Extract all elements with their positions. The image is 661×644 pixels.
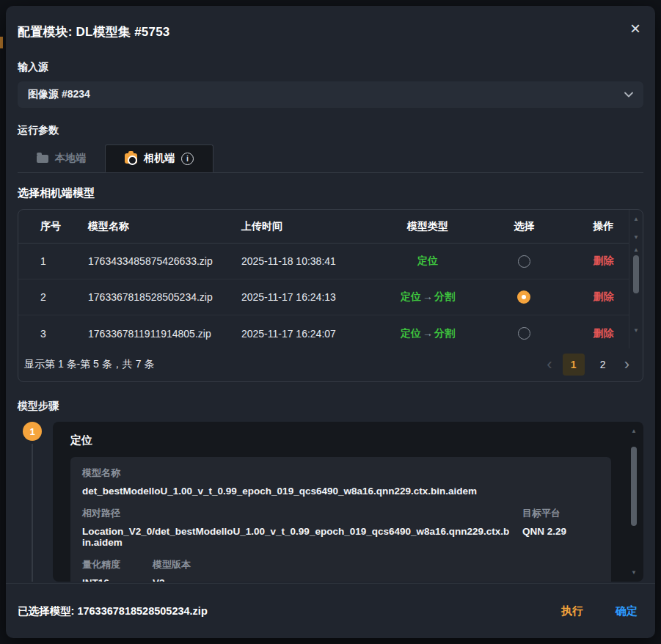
scroll-down-icon[interactable]: ▼ [629,327,643,334]
modal-footer: 已选择模型: 1763367818528505234.zip 执行 确定 [6,583,655,638]
table-row: 31763367811911914805.zip2025-11-17 16:24… [18,315,629,351]
table-header-row: 序号 模型名称 上传时间 模型类型 选择 操作 [18,210,629,244]
type-tag: 定位 [417,255,438,266]
next-page-icon[interactable]: › [621,357,632,372]
table-row: 11763433485875426633.zip2025-11-18 10:38… [18,244,629,279]
precision-label: 量化精度 [82,558,153,571]
cell-action: 删除 [578,255,629,268]
scrollbar-thumb[interactable] [633,255,639,293]
model-name-value: det_bestModelloU_1.00_v_t_0.99_epoch_019… [82,486,599,497]
step-number-badge: 1 [23,422,42,441]
run-params-label: 运行参数 [18,124,643,137]
selected-model-value: 1763367818528505234.zip [77,605,207,617]
model-steps-label: 模型步骤 [18,400,643,413]
scroll-down-icon[interactable]: ▼ [629,234,643,241]
step-details-card: 模型名称 det_bestModelloU_1.00_v_t_0.99_epoc… [70,457,611,582]
chevron-down-icon [624,92,633,98]
pagination: 显示第 1 条-第 5 条，共 7 条 ‹ 12 › [18,347,643,381]
rel-path-label: 相对路径 [82,507,522,520]
tab-local[interactable]: 本地端 [18,144,105,172]
selected-model-text: 已选择模型: 1763367818528505234.zip [18,604,208,618]
cell-model-name: 1763367811911914805.zip [88,328,241,340]
path-platform-labels: 相对路径 目标平台 [82,507,599,520]
input-source-selected-value: 图像源 #8234 [28,88,90,101]
cell-model-name: 1763367818528505234.zip [88,291,241,303]
tab-bar: 本地端 相机端 i [18,144,643,173]
col-header-name: 模型名称 [88,220,241,233]
col-header-action: 操作 [578,220,629,233]
cell-action: 删除 [578,327,629,340]
table-scrollbar[interactable]: ▲ ▼ ▲ ▼ [629,210,643,348]
radio-selected[interactable] [517,290,530,304]
cell-model-name: 1763433485875426633.zip [88,255,241,267]
col-header-type: 模型类型 [386,220,470,233]
tab-local-label: 本地端 [55,152,86,165]
delete-link[interactable]: 删除 [594,255,614,266]
pagination-summary: 显示第 1 条-第 5 条，共 7 条 [24,358,154,371]
step-card: 定位 模型名称 det_bestModelloU_1.00_v_t_0.99_e… [53,422,643,582]
platform-label: 目标平台 [522,507,599,520]
prev-page-icon[interactable]: ‹ [544,357,555,372]
cell-model-type: 定位 [386,255,470,268]
type-arrow-icon: → [421,290,434,302]
type-tag: 定位 [401,327,421,339]
tab-camera[interactable]: 相机端 i [105,144,213,172]
step-title: 定位 [70,433,611,447]
cell-model-type: 定位→分割 [386,327,470,340]
info-icon[interactable]: i [181,153,194,165]
pagination-controls: ‹ 12 › [544,354,632,376]
step-card-scrollbar[interactable]: ▲ ▼ [629,428,639,576]
scroll-up-icon[interactable]: ▲ [629,428,639,434]
col-header-select: 选择 [470,220,578,233]
scrollbar-thumb[interactable] [631,447,637,526]
type-tag: 分割 [434,290,455,302]
confirm-button[interactable]: 确定 [616,604,638,618]
modal-title: 配置模块: DL模型集 #5753 [18,23,169,40]
radio-unselected[interactable] [518,327,530,340]
background-page-fragment [0,37,3,48]
close-icon[interactable]: × [627,22,643,35]
camera-icon [125,153,137,164]
delete-link[interactable]: 删除 [594,290,614,302]
type-tag: 分割 [434,327,455,339]
scroll-up-icon[interactable]: ▲ [629,216,643,222]
scroll-up-icon[interactable]: ▲ [629,246,643,253]
model-table-rows: 序号 模型名称 上传时间 模型类型 选择 操作 1176343348587542… [18,210,629,351]
type-arrow-icon: → [421,327,434,339]
execute-button[interactable]: 执行 [561,604,583,618]
delete-link[interactable]: 删除 [594,327,614,339]
step-1-row: 1 定位 模型名称 det_bestModelloU_1.00_v_t_0.99… [18,422,643,582]
cell-upload-time: 2025-11-18 10:38:41 [241,255,386,267]
version-label: 模型版本 [153,558,191,571]
col-header-time: 上传时间 [241,220,386,233]
cell-upload-time: 2025-11-17 16:24:13 [241,291,386,303]
cell-upload-time: 2025-11-17 16:24:07 [241,328,386,340]
modal-body: 配置模块: DL模型集 #5753 × 输入源 图像源 #8234 运行参数 本… [6,6,655,583]
step-timeline: 1 [18,422,53,582]
input-source-select[interactable]: 图像源 #8234 [18,81,643,108]
page-number-2[interactable]: 2 [592,354,614,376]
tab-camera-label: 相机端 [144,152,175,165]
rel-path-value: Location_V2_0/det_bestModelloU_1.00_v_t_… [82,526,522,548]
modal-header: 配置模块: DL模型集 #5753 × [18,23,643,40]
cell-action: 删除 [578,290,629,304]
path-platform-values: Location_V2_0/det_bestModelloU_1.00_v_t_… [82,526,599,548]
page-numbers: 12 [563,354,614,376]
cell-index: 2 [18,291,88,303]
page-number-1[interactable]: 1 [563,354,585,376]
cell-select [470,255,578,268]
folder-icon [37,155,48,163]
precision-version-values: INT16 V2 [82,577,599,582]
input-source-label: 输入源 [18,61,643,74]
selected-model-label: 已选择模型: [18,605,74,617]
table-row: 21763367818528505234.zip2025-11-17 16:24… [18,279,629,315]
radio-unselected[interactable] [518,255,530,268]
version-value: V2 [153,577,165,582]
step-connector-line [32,444,33,582]
scroll-down-icon[interactable]: ▼ [629,569,639,576]
cell-select [470,290,578,304]
table-body: 11763433485875426633.zip2025-11-18 10:38… [18,244,629,351]
type-tag: 定位 [401,290,421,302]
precision-value: INT16 [82,577,153,582]
model-table: 序号 模型名称 上传时间 模型类型 选择 操作 1176343348587542… [18,209,643,382]
